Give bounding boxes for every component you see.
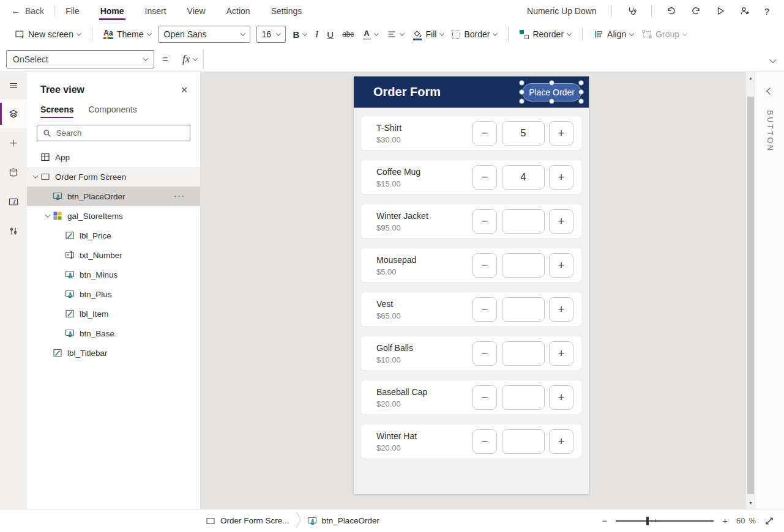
tab-screens[interactable]: Screens (40, 101, 73, 118)
gallery-item-card[interactable]: Baseball Cap$20.00−+ (361, 380, 581, 415)
fit-to-window-icon[interactable] (764, 516, 774, 526)
fx-button[interactable]: fx (176, 46, 203, 72)
selection-handle[interactable] (519, 89, 525, 95)
decrement-button[interactable]: − (472, 253, 497, 278)
quantity-input[interactable] (502, 165, 545, 190)
item-context-menu-icon[interactable]: ··· (174, 192, 185, 201)
store-items-gallery[interactable]: T-Shirt$30.00−+Coffee Mug$15.00−+Winter … (354, 108, 589, 459)
reorder-button[interactable]: Reorder (518, 28, 572, 41)
tree-view-rail-button[interactable] (0, 99, 27, 128)
quantity-input[interactable] (502, 297, 545, 322)
selection-handle[interactable] (578, 89, 584, 95)
increment-button[interactable]: + (549, 385, 573, 410)
quantity-input[interactable] (502, 121, 545, 146)
zoom-in-button[interactable]: + (722, 515, 728, 526)
advanced-tools-rail-button[interactable] (0, 216, 27, 246)
quantity-input[interactable] (502, 385, 545, 410)
strikethrough-button[interactable]: abc (341, 28, 355, 40)
increment-button[interactable]: + (549, 297, 573, 322)
formula-input[interactable]: Patch( 'Company Store Orders' (204, 46, 784, 72)
property-selector[interactable]: OnSelect (6, 50, 154, 68)
tree-item-lbl_Price[interactable]: lbl_Price (27, 226, 200, 245)
tree-item-gal_StoreItems[interactable]: gal_StoreItems (27, 206, 200, 226)
media-rail-button[interactable] (0, 187, 27, 216)
increment-button[interactable]: + (549, 209, 573, 234)
selection-handle[interactable] (578, 80, 584, 86)
decrement-button[interactable]: − (472, 429, 497, 454)
gallery-item-card[interactable]: Winter Hat$20.00−+ (361, 424, 581, 459)
scrollbar-thumb[interactable] (747, 97, 754, 494)
expand-formula-bar-button[interactable] (771, 55, 775, 65)
share-user-icon[interactable] (740, 6, 750, 16)
tab-components[interactable]: Components (88, 101, 136, 118)
menu-item-insert[interactable]: Insert (144, 1, 168, 21)
italic-button[interactable]: I (314, 28, 319, 42)
tree-item-btn_Minus[interactable]: btn_Minus (27, 265, 200, 284)
increment-button[interactable]: + (549, 165, 573, 190)
border-button[interactable]: Border (451, 28, 498, 41)
redo-icon[interactable] (691, 6, 701, 16)
decrement-button[interactable]: − (472, 341, 497, 366)
quantity-input[interactable] (502, 253, 545, 278)
underline-button[interactable]: U (326, 28, 335, 42)
tree-item-Order Form Screen[interactable]: Order Form Screen (27, 167, 200, 187)
gallery-item-card[interactable]: Coffee Mug$15.00−+ (361, 160, 581, 194)
quantity-input[interactable] (502, 341, 545, 366)
gallery-item-card[interactable]: T-Shirt$30.00−+ (361, 116, 581, 150)
decrement-button[interactable]: − (472, 165, 497, 190)
font-family-combobox[interactable]: Open Sans (159, 26, 250, 43)
hamburger-menu-button[interactable] (0, 72, 27, 99)
tree-item-lbl_Item[interactable]: lbl_Item (27, 304, 200, 323)
increment-button[interactable]: + (549, 429, 573, 454)
app-titlebar[interactable]: Order Form Place Order (354, 76, 589, 108)
tree-item-btn_PlaceOrder[interactable]: btn_PlaceOrder··· (27, 187, 200, 206)
menu-item-file[interactable]: File (64, 1, 81, 21)
zoom-slider-handle[interactable] (646, 517, 649, 525)
data-rail-button[interactable] (0, 158, 27, 187)
font-color-button[interactable]: A (362, 28, 379, 42)
search-input[interactable] (56, 128, 185, 138)
breadcrumb-control[interactable]: btn_PlaceOrder (307, 516, 380, 526)
increment-button[interactable]: + (549, 253, 573, 278)
increment-button[interactable]: + (549, 121, 573, 146)
app-checker-icon[interactable] (627, 6, 637, 16)
align-button[interactable]: Align (592, 28, 635, 41)
selection-handle[interactable] (578, 98, 584, 104)
quantity-input[interactable] (502, 209, 545, 234)
quantity-input[interactable] (502, 429, 545, 454)
tree-item-btn_Base[interactable]: btn_Base (27, 323, 200, 343)
insert-rail-button[interactable] (0, 128, 27, 158)
expand-panel-button[interactable] (767, 86, 772, 95)
decrement-button[interactable]: − (472, 121, 497, 146)
zoom-out-button[interactable]: − (602, 515, 607, 526)
new-screen-button[interactable]: New screen (13, 28, 82, 41)
selection-handle[interactable] (549, 80, 554, 86)
tree-item-btn_Plus[interactable]: btn_Plus (27, 284, 200, 304)
decrement-button[interactable]: − (472, 209, 497, 234)
decrement-button[interactable]: − (472, 297, 497, 322)
decrement-button[interactable]: − (472, 385, 497, 410)
undo-icon[interactable] (666, 6, 676, 16)
increment-button[interactable]: + (549, 341, 573, 366)
canvas-design-area[interactable]: Order Form Place Order T-Shirt$30.00−+Co… (201, 72, 755, 509)
menu-item-home[interactable]: Home (99, 1, 125, 21)
menu-item-settings[interactable]: Settings (270, 1, 304, 21)
chevron-down-icon[interactable] (45, 212, 50, 217)
back-button[interactable]: ← Back (11, 6, 44, 17)
font-size-combobox[interactable]: 16 (256, 26, 286, 43)
gallery-item-card[interactable]: Vest$65.00−+ (361, 292, 581, 327)
gallery-item-card[interactable]: Mousepad$5.00−+ (361, 248, 581, 283)
tree-item-App[interactable]: App (27, 147, 200, 167)
chevron-down-icon[interactable] (33, 173, 38, 178)
tree-search-box[interactable] (37, 125, 190, 141)
app-screen-canvas[interactable]: Order Form Place Order T-Shirt$30.00−+Co… (354, 76, 589, 494)
fill-button[interactable]: Fill (411, 27, 446, 42)
selection-handle[interactable] (549, 98, 554, 104)
breadcrumb-screen[interactable]: Order Form Scre... (206, 516, 289, 526)
menu-item-view[interactable]: View (186, 1, 207, 21)
group-button[interactable]: Group (641, 28, 688, 41)
help-icon[interactable]: ? (764, 6, 769, 17)
tree-item-lbl_Titlebar[interactable]: lbl_Titlebar (27, 343, 200, 363)
zoom-slider[interactable]: + (616, 520, 714, 522)
play-preview-icon[interactable] (715, 6, 725, 16)
